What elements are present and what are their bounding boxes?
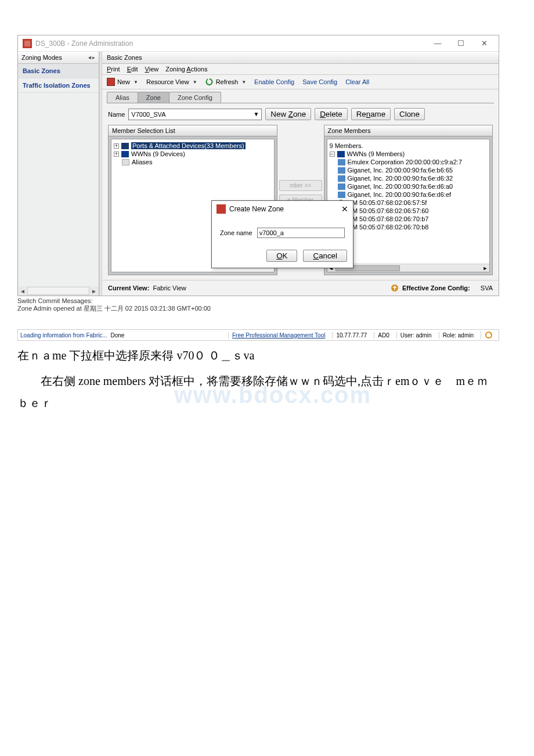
cancel-button[interactable]: Cancel [303, 250, 347, 262]
save-config-button[interactable]: Save Config [302, 78, 337, 85]
status-refresh-icon[interactable] [481, 331, 496, 339]
add-member-button[interactable]: mber >> [279, 180, 322, 191]
tab-zone[interactable]: Zone [138, 92, 169, 103]
enable-config-button[interactable]: Enable Config [254, 78, 294, 85]
tab-zone-config[interactable]: Zone Config [169, 92, 221, 103]
host-icon [338, 192, 345, 198]
host-icon [338, 159, 345, 165]
titlebar: DS_300B - Zone Administration — ☐ ✕ [18, 35, 499, 52]
new-button[interactable]: New▼ [107, 78, 138, 86]
sidebar: Zoning Modes ◄▸ Basic Zones Traffic Isol… [18, 52, 99, 296]
status-role: Role: admin [439, 332, 477, 339]
current-view-label: Current View: [108, 285, 149, 291]
collapse-icon[interactable]: ◄▸ [87, 55, 95, 60]
refresh-button[interactable]: Refresh▼ [205, 78, 246, 86]
name-bar: Name V7000_SVA ▼ New Zone Delete Rename … [102, 103, 499, 125]
wwn-icon [121, 151, 129, 157]
member-node[interactable]: Giganet, Inc. 20:00:00:90:fa:6e:d6:32 [338, 174, 488, 182]
member-node[interactable]: Giganet, Inc. 20:00:00:90:fa:6e:d6:ef [338, 190, 488, 199]
create-zone-dialog: Create New Zone ✕ Zone name OK Cancel [211, 200, 353, 268]
member-node[interactable]: IBM 50:05:07:68:02:06:57:5f [338, 199, 488, 207]
resource-view-button[interactable]: Resource View▼ [146, 78, 197, 85]
zone-members-header: Zone Members [324, 125, 493, 136]
clear-all-button[interactable]: Clear All [345, 78, 369, 85]
sidebar-item-traffic-isolation[interactable]: Traffic Isolation Zones [18, 78, 99, 93]
close-button[interactable]: ✕ [474, 37, 494, 50]
tab-bar: Alias Zone Zone Config [102, 89, 499, 103]
status-loading: Loading information from Fabric... [20, 332, 107, 339]
svg-rect-3 [217, 204, 226, 214]
minimize-button[interactable]: — [428, 37, 448, 50]
member-node[interactable]: Giganet, Inc. 20:00:00:90:fa:6e:d6:a0 [338, 182, 488, 190]
tree-node-aliases[interactable]: Aliases [122, 158, 272, 166]
host-icon [338, 167, 345, 174]
commit-messages-header: Switch Commit Messages: [17, 297, 517, 304]
dialog-title: Create New Zone [229, 205, 284, 213]
sidebar-header-label: Zoning Modes [21, 54, 62, 61]
new-icon [107, 78, 115, 86]
tree-node-wwns-root[interactable]: –WWNs (9 Members) [330, 150, 488, 158]
member-node[interactable]: IBM 50:05:07:68:02:06:57:60 [338, 207, 488, 215]
host-icon [338, 175, 345, 182]
rename-button[interactable]: Rename [351, 108, 391, 120]
zone-name-value: V7000_SVA [131, 111, 165, 118]
tree-node-wwns[interactable]: +WWNs (9 Devices) [114, 150, 272, 158]
alias-icon [122, 159, 129, 165]
tree-node-ports[interactable]: +Ports & Attached Devices(33 Members) [114, 142, 272, 150]
instruction-text-1: 在ｎａme 下拉框中选择原来得 v70０ ０＿ｓva [17, 344, 499, 366]
member-label: Emulex Corporation 20:00:00:00:c9:a2:7 [348, 159, 463, 165]
new-zone-button[interactable]: New Zone [265, 108, 311, 120]
member-label: IBM 50:05:07:68:02:06:57:60 [347, 207, 429, 214]
status-user: User: admin [396, 332, 435, 339]
sidebar-header: Zoning Modes ◄▸ [18, 52, 99, 64]
zone-name-input[interactable] [257, 228, 345, 238]
app-icon [23, 39, 32, 48]
menu-print[interactable]: Print [107, 66, 120, 73]
commit-messages: Switch Commit Messages: Zone Admin opene… [17, 297, 517, 313]
menubar: Print Edit View Zoning Actions [102, 64, 499, 75]
host-icon [338, 183, 345, 190]
member-node[interactable]: Giganet, Inc. 20:00:00:90:fa:6e:b6:65 [338, 166, 488, 174]
zone-name-select[interactable]: V7000_SVA ▼ [128, 109, 262, 120]
dialog-close-button[interactable]: ✕ [341, 204, 348, 214]
tab-alias[interactable]: Alias [107, 92, 138, 103]
menu-zoning-actions[interactable]: Zoning Actions [165, 66, 207, 73]
member-selection-header: Member Selection List [109, 125, 277, 136]
member-label: IBM 50:05:07:68:02:06:70:b8 [347, 224, 429, 231]
member-label: IBM 50:05:07:68:02:06:70:b7 [347, 215, 429, 222]
footer-bar: Current View: Fabric View Effective Zone… [102, 280, 499, 296]
refresh-icon [205, 78, 214, 86]
delete-button[interactable]: Delete [315, 108, 348, 120]
status-link[interactable]: Free Professional Management Tool [228, 332, 329, 339]
port-icon [121, 143, 129, 149]
clone-button[interactable]: Clone [394, 108, 425, 120]
status-done: Done [111, 332, 125, 339]
panel-title: Basic Zones [102, 52, 499, 64]
member-node[interactable]: IBM 50:05:07:68:02:06:70:b7 [338, 215, 488, 223]
member-node[interactable]: Emulex Corporation 20:00:00:00:c9:a2:7 [338, 158, 488, 166]
menu-edit[interactable]: Edit [127, 66, 138, 73]
member-label: Giganet, Inc. 20:00:00:90:fa:6e:b6:65 [348, 167, 453, 174]
sidebar-item-basic-zones[interactable]: Basic Zones [18, 64, 99, 78]
window-title: DS_300B - Zone Administration [35, 39, 424, 48]
maximize-button[interactable]: ☐ [451, 37, 471, 50]
member-label: Giganet, Inc. 20:00:00:90:fa:6e:d6:a0 [348, 183, 453, 190]
member-node[interactable]: IBM 50:05:07:68:02:06:70:b8 [338, 223, 488, 231]
current-view-value: Fabric View [153, 285, 186, 291]
status-ad: AD0 [374, 332, 392, 339]
name-label: Name [108, 111, 125, 118]
status-bar: Loading information from Fabric... Done … [17, 329, 499, 341]
dialog-icon [217, 204, 226, 214]
effective-config-value: SVA [481, 285, 493, 291]
chevron-down-icon: ▼ [253, 111, 259, 117]
commit-messages-line: Zone Admin opened at 星期三 十二月 02 2015 03:… [17, 304, 517, 313]
commit-icon [391, 284, 399, 292]
menu-view[interactable]: View [145, 66, 159, 73]
effective-config-label: Effective Zone Config: [402, 285, 470, 291]
wwn-icon [337, 151, 345, 157]
svg-rect-1 [24, 41, 30, 46]
members-count: 9 Members. [330, 142, 488, 150]
sidebar-scrollbar[interactable]: ◄► [18, 286, 99, 296]
toolbar: New▼ Resource View▼ Refresh▼ Enable Conf… [102, 75, 499, 89]
ok-button[interactable]: OK [266, 250, 297, 262]
